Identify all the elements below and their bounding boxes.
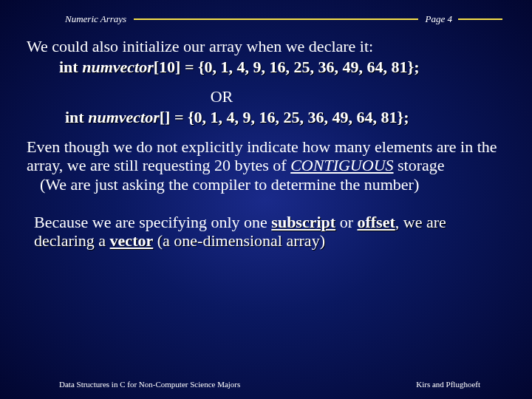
var-name: numvector	[82, 58, 154, 76]
explanation-vector: Because we are specifying only one subsc…	[27, 213, 505, 250]
footer-left: Data Structures in C for Non-Computer Sc…	[59, 380, 240, 389]
explanation-compiler: (We are just asking the compiler to dete…	[27, 175, 505, 194]
text: Because we are specifying only one	[34, 213, 271, 231]
var-name: numvector	[88, 108, 160, 126]
slide-header: Numeric Arrays Page 4	[0, 0, 532, 25]
slide-content: We could also initialize our array when …	[0, 25, 532, 250]
term-subscript: subscript	[271, 213, 335, 231]
header-rule-right	[458, 18, 502, 20]
header-rule-left	[134, 18, 417, 20]
code-declaration-unsized: int numvector[] = {0, 1, 4, 9, 16, 25, 3…	[27, 108, 505, 127]
text: (a one-dimensional array)	[153, 231, 325, 250]
code-declaration-sized: int numvector[10] = {0, 1, 4, 9, 16, 25,…	[27, 58, 505, 77]
contiguous-emphasis: CONTIGUOUS	[290, 156, 393, 174]
text: storage	[394, 156, 445, 174]
keyword-int: int	[59, 58, 82, 76]
code-rest: [] = {0, 1, 4, 9, 16, 25, 36, 49, 64, 81…	[160, 108, 409, 126]
footer-right: Kirs and Pflughoeft	[416, 380, 480, 389]
header-page: Page 4	[426, 13, 452, 25]
term-vector: vector	[110, 231, 154, 250]
or-separator: OR	[27, 87, 505, 106]
explanation-storage: Even though we do not explicitly indicat…	[27, 137, 505, 194]
slide-footer: Data Structures in C for Non-Computer Sc…	[0, 380, 532, 389]
intro-text: We could also initialize our array when …	[27, 37, 505, 56]
header-title: Numeric Arrays	[65, 13, 126, 25]
code-rest: [10] = {0, 1, 4, 9, 16, 25, 36, 49, 64, …	[154, 58, 420, 76]
keyword-int: int	[65, 108, 88, 126]
term-offset: offset	[357, 213, 395, 231]
text: or	[335, 213, 357, 231]
